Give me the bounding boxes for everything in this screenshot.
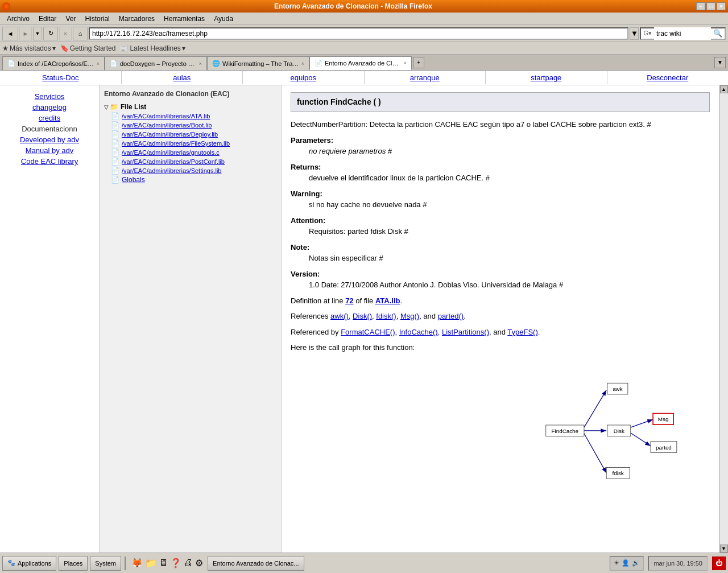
returns-value: devuelve el identificador linux de la pa… — [309, 174, 490, 182]
refby-list[interactable]: ListPartitions() — [442, 328, 489, 336]
maximize-button[interactable]: □ — [706, 2, 715, 10]
attention-section: Attention: Requisitos: parted fdisk Disk… — [291, 215, 710, 237]
search-icon[interactable]: 🔍 — [711, 29, 725, 38]
tab-close-2[interactable]: × — [301, 61, 304, 67]
go-button[interactable]: ▼ — [630, 27, 639, 40]
tree-file-link-5[interactable]: /var/EAC/admin/librerias/PostConf.lib — [122, 158, 225, 165]
menu-ver[interactable]: Ver — [61, 14, 80, 24]
menu-ayuda[interactable]: Ayuda — [209, 14, 238, 24]
tabs-bar: 📄 Index of /EACrepo/isos/EACs... × 📄 doc… — [0, 55, 728, 71]
menu-historial[interactable]: Historial — [80, 14, 114, 24]
tab-0[interactable]: 📄 Index of /EACrepo/isos/EACs... × — [2, 56, 105, 70]
stop-button[interactable]: × — [59, 27, 72, 40]
nav-link-equipos[interactable]: equipos — [243, 71, 365, 84]
nav-link-startpage[interactable]: startpage — [486, 71, 607, 84]
nav-link-desconectar[interactable]: Desconectar — [607, 71, 729, 84]
window-controls[interactable]: − □ × — [696, 2, 726, 10]
tree-file-link-0[interactable]: /var/EAC/admin/librerias/ATA.lib — [122, 113, 210, 119]
tab-1[interactable]: 📄 docDoxygen – Proyecto Ope... × — [105, 56, 207, 70]
menu-editar[interactable]: Editar — [34, 14, 61, 24]
tab-label-1: docDoxygen – Proyecto Ope... — [120, 60, 197, 67]
main-content: Servicios changelog credits Documentacio… — [0, 85, 728, 553]
references-section: References awk(), Disk(), fdisk(), Msg()… — [291, 311, 710, 322]
scrollbar-up[interactable]: ▲ — [720, 85, 728, 93]
tab-2[interactable]: 🌐 WikiFormatting – The Trac Pr... × — [207, 56, 309, 70]
sidebar-link-manual[interactable]: Manual by adv — [6, 145, 93, 156]
ref-parted[interactable]: parted() — [438, 312, 464, 320]
file-icon-4: 📄 — [111, 149, 119, 156]
ref-disk[interactable]: Disk() — [353, 312, 372, 320]
sidebar-link-credits[interactable]: credits — [6, 113, 93, 123]
svg-line-5 — [631, 432, 651, 446]
file-icon-2: 📄 — [111, 130, 119, 138]
tree-file-4[interactable]: 📄 /var/EAC/admin/librerias/gnutools.c — [111, 148, 276, 157]
tree-file-link-4[interactable]: /var/EAC/admin/librerias/gnutools.c — [122, 149, 220, 156]
node-parted: parted — [656, 444, 672, 450]
scrollbar-down[interactable]: ▼ — [720, 545, 728, 553]
nav-link-aulas[interactable]: aulas — [122, 71, 243, 84]
back-button[interactable]: ◄ — [2, 27, 18, 40]
tree-file-link-6[interactable]: /var/EAC/admin/librerias/Settings.lib — [122, 167, 221, 174]
sidebar-link-developed[interactable]: Developed by adv — [6, 134, 93, 145]
tab-scroll-button[interactable]: ▼ — [714, 57, 726, 68]
content-panel: function FindCache ( ) DetectNumberParti… — [282, 85, 719, 553]
nav-link-arranque[interactable]: arranque — [365, 71, 486, 84]
definition-file-link[interactable]: ATA.lib — [375, 296, 400, 305]
tree-file-link-2[interactable]: /var/EAC/admin/librerias/Deploy.lib — [122, 131, 218, 138]
returns-section: Returns: devuelve el identificador linux… — [291, 162, 710, 184]
refby-info[interactable]: InfoCache() — [399, 328, 438, 336]
minimize-button[interactable]: − — [696, 2, 705, 10]
content-scrollbar[interactable]: ▲ ▼ — [719, 85, 728, 553]
menu-marcadores[interactable]: Marcadores — [114, 14, 159, 24]
new-tab-button[interactable]: + — [413, 57, 424, 68]
address-text: http://172.16.72.243/eac/frameset.php — [92, 30, 208, 38]
sidebar-link-changelog[interactable]: changelog — [6, 102, 93, 113]
dropdown-arrow: ▾ — [52, 44, 56, 52]
tree-globals-link[interactable]: Globals — [122, 176, 145, 184]
tree-file-1[interactable]: 📄 /var/EAC/admin/librerias/Boot.lib — [111, 121, 276, 130]
definition-end: . — [400, 296, 402, 305]
params-section: Parameters: no requiere parametros # — [291, 135, 710, 157]
nav-links-bar: Status-Doc aulas equipos arranque startp… — [0, 71, 728, 85]
menu-herramientas[interactable]: Herramientas — [159, 14, 209, 24]
callgraph-section: Here is the call graph for this function… — [291, 342, 710, 353]
dropdown-button[interactable]: ▼ — [33, 27, 42, 40]
definition-line-link[interactable]: 72 — [345, 296, 353, 305]
close-button[interactable]: × — [717, 2, 726, 10]
refby-format[interactable]: FormatCACHE() — [341, 328, 395, 336]
tab-icon-1: 📄 — [110, 60, 118, 67]
address-bar[interactable]: http://172.16.72.243/eac/frameset.php — [89, 27, 628, 40]
tree-file-2[interactable]: 📄 /var/EAC/admin/librerias/Deploy.lib — [111, 130, 276, 139]
tab-close-1[interactable]: × — [199, 61, 202, 67]
menu-archivo[interactable]: Archivo — [2, 14, 34, 24]
ref-fdisk[interactable]: fdisk() — [376, 312, 396, 320]
tree-file-5[interactable]: 📄 /var/EAC/admin/librerias/PostConf.lib — [111, 157, 276, 166]
tree-file-link-1[interactable]: /var/EAC/admin/librerias/Boot.lib — [122, 122, 212, 129]
tree-file-3[interactable]: 📄 /var/EAC/admin/librerias/FileSystem.li… — [111, 139, 276, 148]
tree-file-0[interactable]: 📄 /var/EAC/admin/librerias/ATA.lib — [111, 112, 276, 121]
ref-awk[interactable]: awk() — [330, 312, 349, 320]
tree-file-6[interactable]: 📄 /var/EAC/admin/librerias/Settings.lib — [111, 166, 276, 175]
dropdown-arrow-2: ▾ — [182, 44, 185, 52]
tree-globals[interactable]: 📄 Globals — [111, 175, 276, 184]
home-button[interactable]: ⌂ — [73, 27, 88, 40]
scrollbar-track — [719, 93, 728, 545]
references-pre: References — [291, 312, 330, 320]
sidebar-link-servicios[interactable]: Servicios — [6, 91, 93, 102]
nav-link-status-doc[interactable]: Status-Doc — [0, 71, 122, 84]
tab-close-3[interactable]: × — [404, 60, 407, 66]
bookmark-latest-headlines[interactable]: 📰 Latest Headlines ▾ — [120, 44, 185, 52]
tree-file-link-3[interactable]: /var/EAC/admin/librerias/FileSystem.lib — [122, 140, 230, 147]
tab-3[interactable]: 📄 Entorno Avanzado de Clonac... × — [309, 56, 412, 70]
bookmark-getting-started[interactable]: 🔖 Getting Started — [60, 44, 116, 52]
tab-close-0[interactable]: × — [97, 61, 100, 67]
bookmark-most-visited[interactable]: ★ Más visitados ▾ — [2, 44, 56, 52]
tree-root[interactable]: ▽ 📁 File List — [104, 102, 276, 112]
search-input[interactable]: trac wiki — [654, 27, 711, 40]
sidebar-link-code[interactable]: Code EAC library — [6, 156, 93, 167]
reload-button[interactable]: ↻ — [43, 27, 58, 40]
forward-button[interactable]: ► — [19, 27, 32, 40]
ref-msg[interactable]: Msg() — [400, 312, 419, 320]
refby-type[interactable]: TypeFS() — [507, 328, 537, 336]
filetree-panel: Entorno Avanzado de Clonacion (EAC) ▽ 📁 … — [100, 85, 282, 553]
